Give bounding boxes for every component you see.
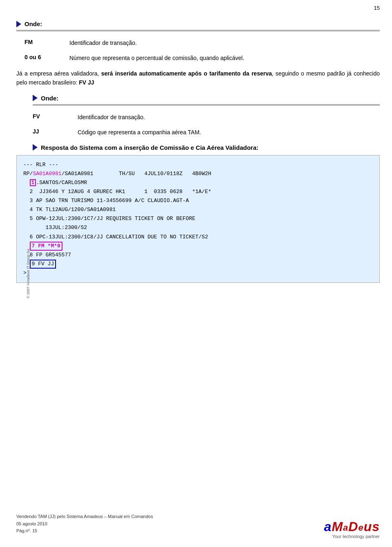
para1-bold1: será inserida automaticamente após o tar… [101,70,272,77]
terminal-line-5: 3 AP SAO TRN TURISMO 11-34556699 A/C CLA… [23,196,373,205]
section2-divider [33,104,380,106]
terminal-line-4: 2 JJ3646 Y 12AUG 4 GRUREC HK1 1 0335 062… [23,187,373,196]
para1-bold2: FV JJ [79,79,94,86]
term-fv: FV [24,113,78,120]
term-jj: JJ [24,128,78,135]
section2-header: Onde: [16,95,380,102]
terminal-line-12: 9 FV JJ [23,260,373,269]
amadeus-logo-area: aMaDeus Your technology partner [324,520,380,539]
term-fm: FM [16,39,69,45]
terminal-line-3: 1.SANTOS/CARLOSMR [23,178,373,187]
section3-title: Resposta do Sistema com a inserção de Co… [41,144,258,151]
footer-line2: 05 agosto 2010 [16,520,153,528]
terminal-line-1: --- RLR --- [23,160,373,169]
terminal-line-10: 7 FM *M*0 [23,242,373,251]
page-number: 15 [374,5,380,11]
terminal-line-11: 8 FP GR545577 [23,251,373,260]
terminal-line-7: 5 OPW-12JUL:2300/1C7/JJ REQUIRES TICKET … [23,214,373,223]
amadeus-logo-a: a [324,519,332,534]
terminal-line-2: RP/SA01A0981/SA01A0981 TH/SU 4JUL10/0118… [23,169,373,178]
paragraph1: Já a empresa aérea validadora, será inse… [16,69,380,87]
definition-fv: FV Identificador de transação. [16,113,380,122]
copyright-label: © 2007 Amadeus IT Group SA [26,249,30,298]
terminal-line-8: 13JUL:2300/S2 [23,223,373,232]
terminal-line-9: 6 OPC-13JUL:2300/1C8/JJ CANCELLATION DUE… [23,233,373,242]
definition-fm: FM Identificador de transação. [16,39,380,47]
term-0ou6: 0 ou 6 [16,54,69,60]
terminal-line-6: 4 TK TL12AUG/1200/SA01A0981 [23,205,373,214]
desc-jj: Código que representa a companhia aérea … [78,128,380,137]
desc-fv: Identificador de transação. [78,113,380,122]
amadeus-logo: aMaDeus [324,520,380,533]
bullet-triangle-2 [33,95,38,101]
section1-title: Onde: [24,20,42,27]
section3-header: Resposta do Sistema com a inserção de Co… [16,144,380,151]
terminal-prompt: > [23,269,373,278]
desc-0ou6: Número que representa o percentual de co… [69,54,380,62]
para1-text1: Já a empresa aérea validadora, [16,70,101,77]
amadeus-logo-rest: MaDeus [332,519,380,534]
section2-title: Onde: [41,95,58,102]
footer-line3: Pág.nº. 15 [16,527,153,535]
definition-jj: JJ Código que representa a companhia aér… [16,128,380,137]
footer-line1: Vendendo TAM (JJ) pelo Sistema Amadeus –… [16,513,153,520]
terminal-output: --- RLR --- RP/SA01A0981/SA01A0981 TH/SU… [16,155,380,283]
bullet-triangle-3 [33,144,38,151]
definition-0ou6: 0 ou 6 Número que representa o percentua… [16,54,380,62]
amadeus-tagline: Your technology partner [324,534,380,539]
footer: Vendendo TAM (JJ) pelo Sistema Amadeus –… [16,513,153,535]
desc-fm: Identificador de transação. [69,39,380,47]
bullet-triangle-1 [16,21,21,27]
section1-header: Onde: [16,20,380,27]
section1-divider [16,30,380,31]
